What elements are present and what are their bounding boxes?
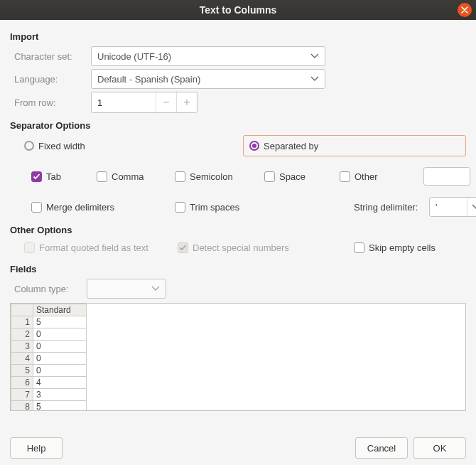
other-delimiter-input[interactable] <box>423 167 470 186</box>
row-number: 7 <box>11 389 33 401</box>
check-mark-icon <box>31 171 42 182</box>
space-label: Space <box>279 171 305 182</box>
table-row[interactable]: 85 <box>11 401 87 412</box>
close-button[interactable] <box>458 3 472 17</box>
table-row[interactable]: 73 <box>11 389 87 401</box>
language-combo[interactable]: Default - Spanish (Spain) <box>91 69 325 89</box>
column-type-label: Column type: <box>14 284 87 294</box>
language-label: Language: <box>10 74 91 85</box>
cell: 0 <box>33 328 87 341</box>
sep-heading: Separator Options <box>10 120 466 131</box>
dialog-footer: Help Cancel OK <box>0 431 476 465</box>
column-type-combo[interactable] <box>87 279 166 299</box>
fromrow-label: From row: <box>10 97 91 108</box>
column-header[interactable]: Standard <box>33 304 87 316</box>
titlebar: Text to Columns <box>0 0 476 20</box>
other-heading: Other Options <box>10 225 466 235</box>
table-row[interactable]: 50 <box>11 365 87 377</box>
merge-label: Merge delimiters <box>46 202 114 213</box>
detect-special-label: Detect special numbers <box>193 242 289 253</box>
spin-down-button[interactable]: − <box>156 92 176 112</box>
check-mark-icon <box>354 242 364 253</box>
check-mark-icon <box>97 171 107 182</box>
radio-mark-icon <box>24 141 34 151</box>
fields-heading: Fields <box>10 264 466 274</box>
chevron-down-icon <box>310 53 319 59</box>
cell: 4 <box>33 377 87 389</box>
charset-value: Unicode (UTF-16) <box>97 51 171 62</box>
table-corner <box>11 304 33 316</box>
table-row[interactable]: 15 <box>11 316 87 328</box>
semicolon-label: Semicolon <box>190 171 233 182</box>
other-label: Other <box>355 171 378 182</box>
cell: 0 <box>33 353 87 365</box>
tab-label: Tab <box>46 171 61 182</box>
check-skip-empty[interactable]: Skip empty cells <box>354 242 436 253</box>
check-space[interactable]: Space <box>264 171 305 182</box>
preview-table: Standard 1520304050647385 <box>11 304 87 411</box>
table-row[interactable]: 64 <box>11 377 87 389</box>
chevron-down-icon <box>151 286 160 292</box>
cancel-button[interactable]: Cancel <box>355 437 408 459</box>
table-row[interactable]: 20 <box>11 328 87 341</box>
cell: 0 <box>33 341 87 353</box>
spin-up-button[interactable]: + <box>176 92 197 112</box>
skip-empty-label: Skip empty cells <box>369 242 436 253</box>
table-row[interactable]: 40 <box>11 353 87 365</box>
check-detect-special: Detect special numbers <box>178 242 289 253</box>
cell: 0 <box>33 365 87 377</box>
string-delimiter-combo[interactable]: ' <box>429 197 476 217</box>
check-comma[interactable]: Comma <box>97 171 144 182</box>
chevron-down-icon <box>467 198 476 216</box>
check-mark-icon <box>178 242 188 253</box>
radio-mark-icon <box>249 141 259 151</box>
charset-combo[interactable]: Unicode (UTF-16) <box>91 46 325 66</box>
table-row[interactable]: 30 <box>11 341 87 353</box>
check-tab[interactable]: Tab <box>31 171 61 182</box>
check-merge-delimiters[interactable]: Merge delimiters <box>31 202 114 213</box>
language-value: Default - Spanish (Spain) <box>97 74 200 85</box>
string-delimiter-value: ' <box>430 198 467 216</box>
check-mark-icon <box>175 202 185 213</box>
cell: 3 <box>33 389 87 401</box>
row-number: 3 <box>11 341 33 353</box>
check-mark-icon <box>31 202 42 213</box>
row-number: 6 <box>11 377 33 389</box>
close-icon <box>461 6 468 14</box>
row-number: 5 <box>11 365 33 377</box>
row-number: 4 <box>11 353 33 365</box>
row-number: 1 <box>11 316 33 328</box>
data-preview[interactable]: Standard 1520304050647385 <box>10 303 466 411</box>
ok-button[interactable]: OK <box>413 437 466 459</box>
cell: 5 <box>33 401 87 412</box>
check-mark-icon <box>340 171 350 182</box>
check-mark-icon <box>175 171 185 182</box>
fromrow-input[interactable] <box>92 92 156 112</box>
cell: 5 <box>33 316 87 328</box>
radio-fixed-width[interactable]: Fixed width <box>24 141 85 151</box>
comma-label: Comma <box>112 171 144 182</box>
check-trim-spaces[interactable]: Trim spaces <box>175 202 239 213</box>
charset-label: Character set: <box>10 51 91 62</box>
trim-label: Trim spaces <box>190 202 239 213</box>
radio-separated-by[interactable]: Separated by <box>249 141 318 151</box>
row-number: 2 <box>11 328 33 341</box>
row-number: 8 <box>11 401 33 412</box>
format-quoted-label: Format quoted field as text <box>39 242 148 253</box>
dialog-title: Text to Columns <box>0 4 476 16</box>
fromrow-spinbox[interactable]: − + <box>91 92 198 113</box>
check-other[interactable]: Other <box>340 171 378 182</box>
chevron-down-icon <box>310 76 319 82</box>
help-button[interactable]: Help <box>10 437 63 459</box>
fixed-width-label: Fixed width <box>38 141 85 151</box>
check-format-quoted: Format quoted field as text <box>24 242 148 253</box>
check-mark-icon <box>264 171 275 182</box>
check-semicolon[interactable]: Semicolon <box>175 171 233 182</box>
string-delimiter-label: String delimiter: <box>354 202 418 213</box>
import-heading: Import <box>10 31 466 42</box>
separated-by-label: Separated by <box>264 141 318 151</box>
check-mark-icon <box>24 242 35 253</box>
